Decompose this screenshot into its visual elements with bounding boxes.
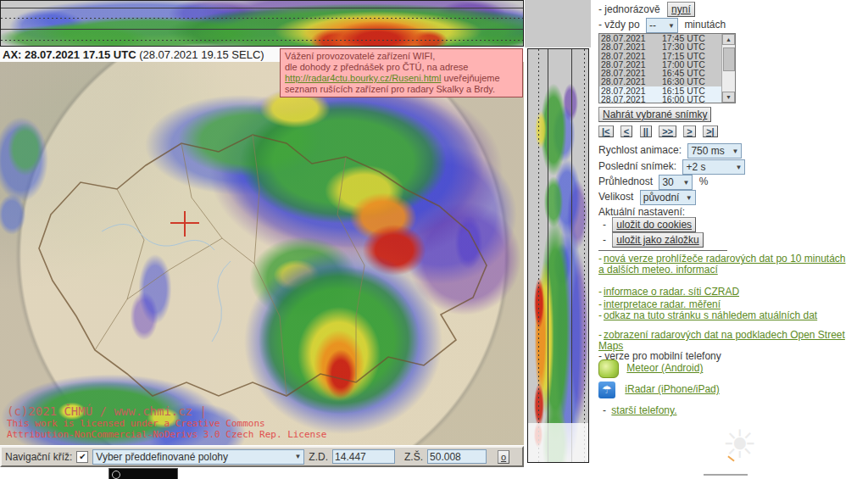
link-meteor-android[interactable]: Meteor (Android)	[626, 362, 703, 374]
meteor-android-icon	[598, 359, 619, 378]
zd-label: Z.D.	[309, 451, 328, 463]
link-thispage[interactable]: odkaz na tuto stránku s náhledem atuální…	[604, 309, 817, 321]
dash: -	[603, 219, 606, 231]
link-old-phones[interactable]: starší telefony.	[611, 404, 676, 416]
pause-button[interactable]: ||	[640, 125, 652, 137]
save-cookies-row: - uložit do cookies	[603, 217, 696, 232]
link-czrad-row: -informace o radar. síti CZRAD	[598, 287, 739, 298]
gridline	[584, 49, 585, 462]
dash: -	[598, 286, 602, 298]
longitude-input[interactable]	[332, 449, 395, 464]
next-frame-button[interactable]: >	[683, 125, 695, 137]
settings-label: Aktuální nastavení:	[598, 206, 685, 218]
scroll-down-icon[interactable]: ▼	[722, 92, 735, 103]
max-time-local: (28.07.2021 19.15 SELC)	[136, 48, 264, 61]
predefined-position-select[interactable]: Vyber předdefinované polohy ▼	[92, 449, 304, 465]
save-bookmark-row: - uložit jako záložku	[603, 232, 704, 248]
load-selected-button[interactable]: Nahrát vybrané snímky	[598, 107, 711, 122]
listbox-scrollbar[interactable]: ▲ ▼	[721, 34, 735, 103]
link-osm[interactable]: zobrazení radarových dat na podkladech O…	[598, 329, 845, 352]
iradar-ios-icon: ☂	[598, 382, 615, 398]
last-frame-select[interactable]: +2 s ▼	[682, 159, 745, 175]
link-interpret-row: -interpretace radar. měření	[598, 299, 721, 310]
profile-corner-box	[525, 0, 591, 47]
copyright-line3: Attribution-NonCommercial-NoDerivs 3.0 C…	[7, 429, 327, 440]
size-value: původní	[643, 192, 680, 203]
last-frame-button[interactable]: >|	[703, 125, 718, 137]
right-profile-strip[interactable]	[527, 48, 589, 463]
speed-select[interactable]: 750 ms ▼	[687, 143, 742, 159]
opacity-label: Průhlednost	[598, 175, 653, 187]
chevron-down-icon: ▼	[682, 179, 689, 187]
gridline	[538, 49, 539, 462]
notice-line4: seznam rušících zařízení pro radary Skal…	[285, 84, 495, 94]
scroll-up-icon[interactable]: ▲	[722, 34, 735, 45]
max-time-utc: AX: 28.07.2021 17.15 UTC	[3, 48, 136, 61]
dash: -	[603, 234, 606, 246]
top-profile-strip[interactable]	[0, 0, 524, 47]
copyright-line1: (c)2021 ČHMÚ / www.chmi.cz |	[7, 404, 327, 418]
size-row: Velikost původní ▼	[598, 190, 696, 205]
last-frame-value: +2 s	[686, 161, 705, 173]
old-phones-row: - starší telefony.	[603, 404, 677, 416]
last-frame-label: Poslední snímek:	[598, 160, 676, 172]
link-new-version[interactable]: nová verze prohlížeče radarových dat po …	[598, 253, 846, 276]
gridline	[1, 29, 523, 30]
link-iradar-ios[interactable]: iRadar (iPhone/iPad)	[625, 383, 719, 395]
navigation-crosshair	[184, 211, 186, 237]
scrollbar-thumb[interactable]	[723, 47, 735, 71]
stray-divider	[704, 474, 748, 476]
size-select[interactable]: původní ▼	[640, 190, 696, 205]
go-button[interactable]: o	[498, 450, 509, 464]
now-button[interactable]: nyní	[667, 2, 695, 17]
divider	[598, 250, 727, 251]
opacity-row: Průhlednost 30 ▼ %	[598, 175, 708, 190]
profile-fade-overlay	[528, 423, 588, 462]
gridline	[1, 40, 523, 41]
legend-color-scale	[108, 468, 178, 479]
speed-row: Rychlost animace: 750 ms ▼	[598, 143, 742, 159]
zs-label: Z.Š.	[404, 451, 423, 463]
speed-value: 750 ms	[691, 145, 724, 157]
once-row: - jednorázově nyní	[598, 2, 695, 17]
gridline	[1, 8, 523, 8]
first-frame-button[interactable]: |<	[598, 125, 614, 137]
chevron-down-icon: ▼	[294, 453, 301, 460]
link-osm-row: -zobrazení radarových dat na podkladech …	[598, 330, 853, 351]
prev-frame-button[interactable]: <	[620, 125, 632, 137]
chevron-down-icon: ▼	[735, 164, 742, 171]
ruseni-link[interactable]: http://radar4ctu.bourky.cz/Ruseni.html	[285, 73, 441, 83]
interval-label: - vždy po	[598, 19, 640, 31]
timestamp-option[interactable]: 28.07.202116:00 UTC	[599, 95, 735, 103]
opacity-suffix: %	[699, 175, 709, 187]
chevron-down-icon: ▼	[732, 148, 738, 155]
link-interpret[interactable]: interpretace radar. měření	[604, 298, 721, 310]
dash: -	[598, 298, 602, 310]
play-button[interactable]: >>	[659, 125, 676, 137]
link-czrad[interactable]: informace o radar. síti CZRAD	[604, 286, 739, 298]
nav-cross-checkbox[interactable]: ✔	[76, 451, 88, 463]
interval-value: --	[649, 19, 656, 31]
save-bookmark-button[interactable]: uložit jako záložku	[612, 232, 703, 248]
last-frame-row: Poslední snímek: +2 s ▼	[598, 159, 745, 175]
radar-map[interactable]: (c)2021 ČHMÚ / www.chmi.cz | This work i…	[0, 62, 524, 445]
dash: -	[598, 309, 602, 321]
interval-select[interactable]: -- ▼	[646, 18, 678, 33]
load-row: Nahrát vybrané snímky	[598, 107, 711, 122]
radar-viewer-page: AX: 28.07.2021 17.15 UTC (28.07.2021 19.…	[0, 0, 868, 479]
map-borders	[0, 62, 524, 445]
dash: -	[603, 404, 606, 416]
interval-row: - vždy po -- ▼ minutách	[598, 18, 726, 33]
timestamp-listbox[interactable]: 28.07.202117:45 UTC 28.07.202117:30 UTC …	[598, 33, 736, 103]
gridline	[548, 49, 548, 462]
gridline	[1, 18, 523, 19]
player-controls: |< < || >> > >|	[598, 125, 722, 137]
copyright-notice: (c)2021 ČHMÚ / www.chmi.cz | This work i…	[7, 404, 327, 440]
notice-line2: dle dohody z přednášek pro ČTÚ, na adres…	[285, 62, 468, 72]
save-cookies-button[interactable]: uložit do cookies	[612, 217, 696, 232]
interval-suffix: minutách	[684, 19, 726, 31]
nav-cross-label: Navigační kříž:	[5, 451, 72, 463]
latitude-input[interactable]	[427, 449, 487, 464]
opacity-select[interactable]: 30 ▼	[659, 175, 693, 190]
chevron-down-icon: ▼	[668, 22, 675, 30]
